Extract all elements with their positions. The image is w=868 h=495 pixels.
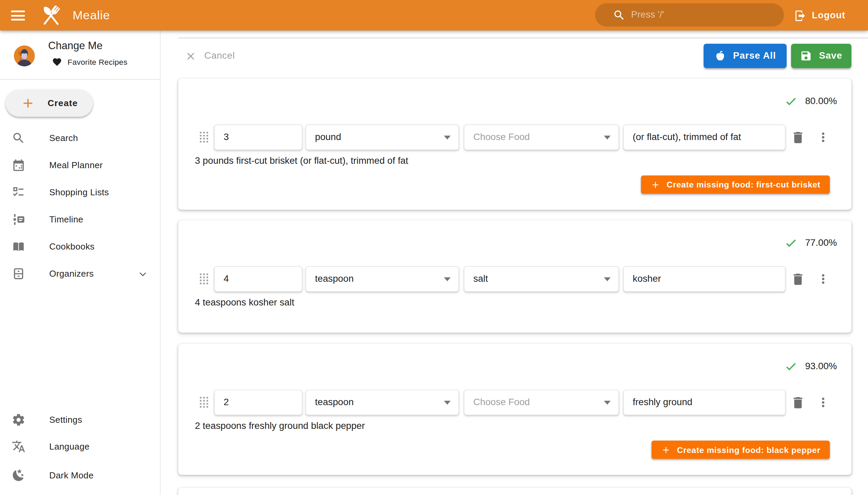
sidebar-item-settings[interactable]: Settings <box>0 406 160 433</box>
create-button[interactable]: Create <box>5 89 93 117</box>
confidence-indicator: 93.00% <box>785 360 837 373</box>
food-placeholder: Choose Food <box>464 132 530 143</box>
close-icon <box>185 50 196 62</box>
user-name: Change Me <box>48 40 102 52</box>
sidebar-item-label: Timeline <box>49 215 83 224</box>
app-bar: Mealie Logout <box>0 0 868 31</box>
note-field[interactable] <box>623 124 785 150</box>
create-missing-food-button[interactable]: Create missing food: black pepper <box>651 441 830 459</box>
quantity-input[interactable] <box>215 390 302 415</box>
plus-icon <box>661 445 671 455</box>
cancel-button[interactable]: Cancel <box>185 46 235 66</box>
original-ingredient-text: 2 teaspoons freshly ground black pepper <box>195 421 365 432</box>
user-avatar[interactable] <box>14 46 35 66</box>
ingredient-card-partial <box>178 488 851 495</box>
sidebar-item-label: Settings <box>49 415 82 425</box>
panel-divider <box>178 38 868 38</box>
heart-icon <box>52 57 62 67</box>
confidence-indicator: 80.00% <box>785 95 837 107</box>
sidebar-item-label: Meal Planner <box>49 160 103 170</box>
sidebar-item-shopping-lists[interactable]: Shopping Lists <box>0 179 160 206</box>
mealie-app: Mealie Logout Change Me Favorite Recipes… <box>0 0 868 495</box>
sidebar-item-label: Search <box>49 133 78 143</box>
sidebar-item-label: Organizers <box>49 269 93 279</box>
unit-select[interactable]: pound <box>306 124 459 150</box>
menu-down-icon <box>604 136 611 139</box>
unit-select[interactable]: teaspoon <box>306 390 459 415</box>
hamburger-menu-button[interactable] <box>11 8 27 23</box>
logout-label: Logout <box>812 10 845 21</box>
more-options-icon[interactable] <box>816 395 830 410</box>
fork-knife-logo-icon <box>39 3 63 28</box>
floppy-icon <box>800 50 812 62</box>
sidebar-item-dark-mode[interactable]: Dark Mode <box>0 462 160 489</box>
sidebar-item-organizers[interactable]: Organizers <box>0 260 160 287</box>
ingredient-parser-panel: Cancel Parse All Save 80.00% pound <box>160 31 868 495</box>
note-field[interactable] <box>623 266 785 292</box>
sidebar-nav: Search Meal Planner Shopping Lists Timel… <box>0 124 160 287</box>
food-select[interactable]: salt <box>464 266 619 292</box>
menu-down-icon <box>604 277 611 281</box>
sidebar-item-cookbooks[interactable]: Cookbooks <box>0 233 160 260</box>
plus-icon <box>651 180 661 189</box>
trash-icon[interactable] <box>790 395 805 410</box>
sidebar-item-label: Cookbooks <box>49 242 95 252</box>
menu-down-icon <box>604 401 611 405</box>
note-field[interactable] <box>623 390 785 415</box>
food-select[interactable]: Choose Food <box>464 390 619 415</box>
save-button[interactable]: Save <box>791 44 851 68</box>
note-input[interactable] <box>624 390 785 415</box>
trash-icon[interactable] <box>790 130 805 145</box>
sidebar-item-search[interactable]: Search <box>0 124 160 152</box>
favorite-recipes-label: Favorite Recipes <box>67 58 127 66</box>
quantity-field[interactable] <box>214 266 303 292</box>
sidebar-item-meal-planner[interactable]: Meal Planner <box>0 152 160 179</box>
check-icon <box>785 360 798 373</box>
cancel-label: Cancel <box>204 51 235 62</box>
search-icon <box>613 8 626 21</box>
checklist-icon <box>12 186 25 199</box>
drag-handle-icon[interactable] <box>199 273 209 285</box>
parse-all-label: Parse All <box>733 51 776 62</box>
quantity-field[interactable] <box>214 124 303 150</box>
sidebar-item-language[interactable]: Language <box>0 433 160 460</box>
confidence-indicator: 77.00% <box>785 237 837 249</box>
favorite-recipes-link[interactable]: Favorite Recipes <box>52 57 127 67</box>
trash-icon[interactable] <box>790 272 805 287</box>
more-options-icon[interactable] <box>816 130 830 145</box>
logout-button[interactable]: Logout <box>794 4 845 27</box>
food-select[interactable]: Choose Food <box>464 124 619 150</box>
drag-handle-icon[interactable] <box>199 396 209 409</box>
drag-handle-icon[interactable] <box>199 131 209 143</box>
food-placeholder: Choose Food <box>464 397 530 408</box>
quantity-input[interactable] <box>215 267 302 291</box>
quantity-input[interactable] <box>215 125 302 150</box>
sidebar: Change Me Favorite Recipes Create Search… <box>0 31 160 495</box>
save-label: Save <box>819 51 842 62</box>
confidence-value: 80.00% <box>805 96 837 107</box>
create-missing-food-label: Create missing food: black pepper <box>677 445 820 455</box>
quantity-field[interactable] <box>214 390 303 415</box>
global-search-bar[interactable] <box>595 3 784 27</box>
logout-icon <box>794 9 807 22</box>
create-missing-food-label: Create missing food: first-cut brisket <box>667 180 820 189</box>
menu-down-icon <box>444 136 450 139</box>
menu-down-icon <box>444 277 450 281</box>
parse-all-button[interactable]: Parse All <box>703 44 787 68</box>
note-input[interactable] <box>624 267 785 291</box>
sidebar-item-label: Language <box>49 441 89 451</box>
search-input[interactable] <box>631 10 776 21</box>
note-input[interactable] <box>624 125 785 150</box>
sidebar-item-timeline[interactable]: Timeline <box>0 206 160 233</box>
unit-select[interactable]: teaspoon <box>306 266 459 292</box>
chevron-down-icon[interactable] <box>138 269 148 279</box>
menu-down-icon <box>444 401 450 405</box>
moon-icon <box>12 468 25 482</box>
create-missing-food-button[interactable]: Create missing food: first-cut brisket <box>641 176 830 194</box>
book-icon <box>12 240 25 254</box>
more-options-icon[interactable] <box>816 271 830 287</box>
create-label: Create <box>48 98 78 108</box>
ingredient-card: 80.00% pound Choose Food 3 pounds first-… <box>178 79 851 210</box>
check-icon <box>785 237 798 249</box>
food-value: salt <box>464 274 488 285</box>
